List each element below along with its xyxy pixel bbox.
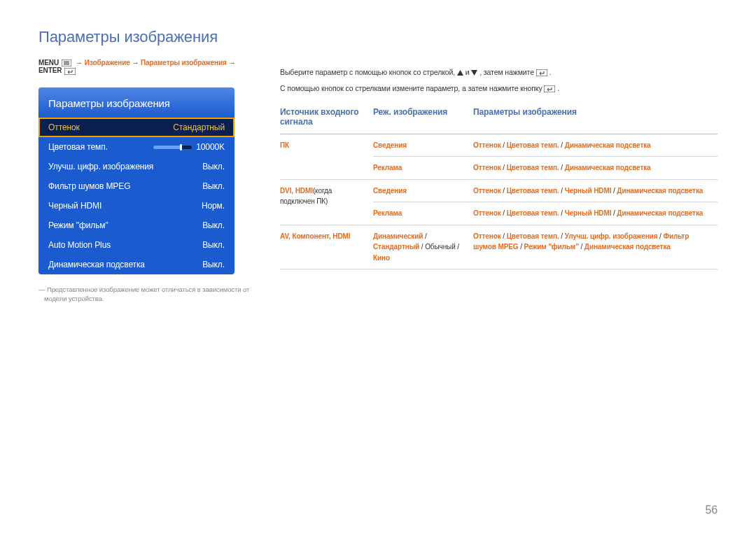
table-header: Реж. изображения (373, 107, 473, 134)
osd-row-label: Динамическая подсветка (48, 260, 145, 269)
osd-row[interactable]: Цветовая темп.10000K (38, 137, 234, 157)
osd-title: Параметры изображения (38, 87, 234, 118)
table-cell-params: Оттенок / Цветовая темп. / Улучш. цифр. … (473, 225, 718, 269)
osd-row-value: Выкл. (202, 162, 225, 171)
menu-icon (62, 59, 71, 66)
osd-row[interactable]: Auto Motion PlusВыкл. (38, 235, 234, 255)
enter-icon (64, 68, 76, 75)
osd-row-value: Выкл. (202, 181, 225, 191)
table-cell-source: AV, Компонент, HDMI (280, 225, 373, 269)
table-cell-source: DVI, HDMI(когда подключен ПК) (280, 179, 373, 225)
osd-row[interactable]: Черный HDMIНорм. (38, 196, 234, 216)
osd-row-label: Цветовая темп. (48, 142, 108, 152)
osd-row-value: Норм. (202, 201, 225, 211)
table-cell-mode: Сведения (373, 179, 473, 202)
table-row: DVI, HDMI(когда подключен ПК)СведенияОтт… (280, 179, 718, 202)
osd-row-label: Auto Motion Plus (48, 240, 111, 250)
table-cell-mode: Реклама (373, 202, 473, 225)
osd-row-value: 10000K (149, 142, 225, 152)
osd-row[interactable]: ОттенокСтандартный (38, 118, 234, 137)
svg-marker-5 (457, 70, 463, 76)
table-header: Источник входного сигнала (280, 107, 373, 134)
page-title: Параметры изображения (38, 28, 252, 46)
osd-menu: Параметры изображения ОттенокСтандартный… (38, 87, 234, 274)
breadcrumb: MENU → Изображение → Параметры изображен… (38, 59, 252, 75)
table-cell-mode: Динамический / Стандартный / Обычный / К… (373, 225, 473, 269)
table-cell-mode: Сведения (373, 134, 473, 157)
down-arrow-icon (471, 70, 477, 76)
table-cell-source: ПК (280, 134, 373, 179)
osd-row-label: Фильтр шумов MPEG (48, 181, 130, 191)
osd-row-value: Выкл. (202, 240, 225, 250)
osd-row[interactable]: Динамическая подсветкаВыкл. (38, 255, 234, 274)
table-header: Параметры изображения (473, 107, 718, 134)
osd-row-label: Режим "фильм" (48, 220, 108, 230)
svg-rect-8 (544, 85, 555, 92)
svg-rect-7 (536, 69, 547, 76)
osd-row-value: Выкл. (202, 260, 225, 269)
up-arrow-icon (457, 70, 463, 76)
osd-row[interactable]: Режим "фильм"Выкл. (38, 216, 234, 235)
instruction-line-1: Выберите параметр с помощью кнопок со ст… (280, 66, 718, 78)
left-column: Параметры изображения MENU → Изображение… (38, 28, 252, 303)
osd-row-value: Стандартный (173, 122, 225, 132)
svg-marker-6 (471, 70, 477, 76)
enter-icon (536, 69, 547, 76)
svg-rect-4 (64, 68, 76, 75)
osd-row-label: Оттенок (48, 122, 80, 132)
table-cell-params: Оттенок / Цветовая темп. / Динамическая … (473, 134, 718, 157)
options-table: Источник входного сигнала Реж. изображен… (280, 107, 718, 270)
enter-icon (544, 85, 555, 92)
table-row: ПКСведенияОттенок / Цветовая темп. / Дин… (280, 134, 718, 157)
breadcrumb-prefix: MENU (38, 59, 59, 66)
table-row: AV, Компонент, HDMIДинамический / Станда… (280, 225, 718, 269)
osd-body: ОттенокСтандартныйЦветовая темп.10000KУл… (38, 118, 234, 274)
breadcrumb-item: Параметры изображения (141, 59, 227, 66)
table-cell-params: Оттенок / Цветовая темп. / Черный HDMI /… (473, 202, 718, 225)
slider[interactable] (153, 146, 192, 149)
table-cell-params: Оттенок / Цветовая темп. / Динамическая … (473, 157, 718, 180)
instruction-line-2: С помощью кнопок со стрелками измените п… (280, 83, 718, 94)
osd-row[interactable]: Фильтр шумов MPEGВыкл. (38, 176, 234, 196)
osd-row-label: Черный HDMI (48, 201, 102, 211)
breadcrumb-suffix: ENTER (38, 66, 62, 74)
osd-row[interactable]: Улучш. цифр. изображенияВыкл. (38, 157, 234, 176)
table-cell-mode: Реклама (373, 157, 473, 180)
page-container: Параметры изображения MENU → Изображение… (0, 0, 756, 303)
table-cell-params: Оттенок / Цветовая темп. / Черный HDMI /… (473, 179, 718, 202)
breadcrumb-item: Изображение (85, 59, 130, 66)
page-number: 56 (705, 504, 718, 517)
osd-row-label: Улучш. цифр. изображения (48, 162, 153, 171)
right-column: Выберите параметр с помощью кнопок со ст… (280, 28, 718, 303)
footnote: Представленное изображение может отличат… (38, 285, 252, 304)
osd-row-value: Выкл. (202, 220, 225, 230)
